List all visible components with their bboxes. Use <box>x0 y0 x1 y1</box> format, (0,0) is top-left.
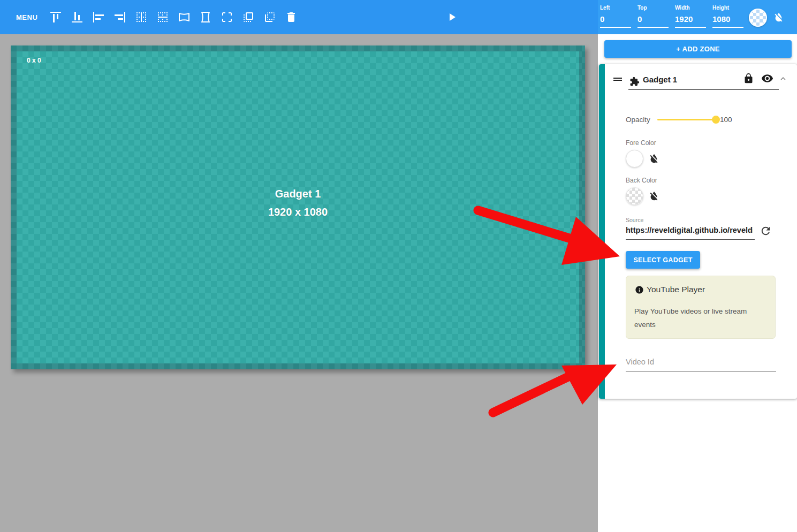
preview-play-icon[interactable] <box>445 11 458 24</box>
flip-to-front-icon[interactable] <box>242 11 255 24</box>
add-zone-button[interactable]: + ADD ZONE <box>604 40 792 58</box>
fore-color-label: Fore Color <box>626 139 656 147</box>
zone-height-field: Height <box>712 5 745 28</box>
video-id-input[interactable] <box>626 358 776 366</box>
align-left-icon[interactable] <box>92 11 105 24</box>
align-top-icon[interactable] <box>49 11 62 24</box>
menu-button[interactable]: MENU <box>16 13 37 21</box>
back-color-label: Back Color <box>626 177 657 184</box>
source-input[interactable] <box>626 226 753 234</box>
properties-sidebar: + ADD ZONE Opacity 100 Fore Color Back C… <box>598 34 797 532</box>
zone-top-field: Top <box>637 5 670 28</box>
fore-color-reset-icon[interactable] <box>648 153 660 164</box>
align-bottom-icon[interactable] <box>71 11 84 24</box>
border-horizontal-icon[interactable] <box>156 11 169 24</box>
transparency-swatch[interactable] <box>749 9 767 27</box>
toolbar-icon-row <box>49 11 298 24</box>
back-color-reset-icon[interactable] <box>648 190 660 202</box>
gadget-info-description: Play YouTube videos or live stream event… <box>634 305 765 331</box>
video-id-underline <box>626 371 776 372</box>
crop-free-icon[interactable] <box>221 11 233 24</box>
editor-canvas: 0 x 0 Gadget 1 1920 x 1080 <box>0 34 598 532</box>
collapse-chevron-up-icon[interactable] <box>778 74 788 83</box>
zone-border[interactable]: 0 x 0 Gadget 1 1920 x 1080 <box>11 45 585 369</box>
opacity-slider-thumb[interactable] <box>712 116 720 124</box>
gadget-info-title: YouTube Player <box>647 285 705 294</box>
zone-geometry-fields: Left Top Width Height <box>598 0 797 34</box>
color-reset-icon[interactable] <box>773 11 785 23</box>
gadget-puzzle-icon <box>629 77 640 87</box>
lock-icon[interactable] <box>743 73 754 84</box>
border-vertical-icon[interactable] <box>135 11 148 24</box>
back-color-swatch[interactable] <box>626 187 643 205</box>
zone-width-field: Width <box>675 5 707 28</box>
opacity-slider[interactable] <box>657 119 716 120</box>
zone-top-label: Top <box>637 5 670 11</box>
top-toolbar: MENU Left Top Width Height <box>0 0 797 34</box>
opacity-value: 100 <box>720 116 732 124</box>
panel-accent-strip <box>599 64 605 399</box>
zone-gadget-1[interactable]: 0 x 0 Gadget 1 1920 x 1080 <box>17 51 579 363</box>
zone-height-input[interactable] <box>712 13 743 28</box>
zone-left-field: Left <box>600 5 632 28</box>
fore-color-swatch[interactable] <box>626 150 643 168</box>
source-underline <box>626 239 755 240</box>
delete-icon[interactable] <box>285 11 298 24</box>
drag-handle-icon[interactable] <box>611 73 624 86</box>
zone-position-label: 0 x 0 <box>27 57 41 64</box>
panorama-vertical-icon[interactable] <box>199 11 212 24</box>
align-right-icon[interactable] <box>113 11 126 24</box>
opacity-label: Opacity <box>626 116 650 124</box>
refresh-icon[interactable] <box>760 225 772 237</box>
gadget-info-box: YouTube Player Play YouTube videos or li… <box>626 276 776 339</box>
gadget-panel: Opacity 100 Fore Color Back Color Source… <box>599 64 797 399</box>
zone-left-input[interactable] <box>600 13 631 28</box>
gadget-name-input[interactable] <box>643 75 734 84</box>
zone-width-label: Width <box>675 5 707 11</box>
info-icon <box>635 285 644 294</box>
zone-height-label: Height <box>712 5 745 11</box>
zone-top-input[interactable] <box>637 13 669 28</box>
zone-left-label: Left <box>600 5 632 11</box>
zone-width-input[interactable] <box>675 13 706 28</box>
visibility-eye-icon[interactable] <box>761 72 773 85</box>
source-label: Source <box>626 217 643 223</box>
zone-size-label: 1920 x 1080 <box>17 206 579 218</box>
zone-center-labels: Gadget 1 1920 x 1080 <box>17 188 579 218</box>
panorama-horizontal-icon[interactable] <box>178 11 191 24</box>
flip-to-back-icon[interactable] <box>263 11 276 24</box>
gadget-name-underline <box>628 89 779 90</box>
zone-name-label: Gadget 1 <box>17 188 579 200</box>
select-gadget-button[interactable]: SELECT GADGET <box>626 251 700 269</box>
